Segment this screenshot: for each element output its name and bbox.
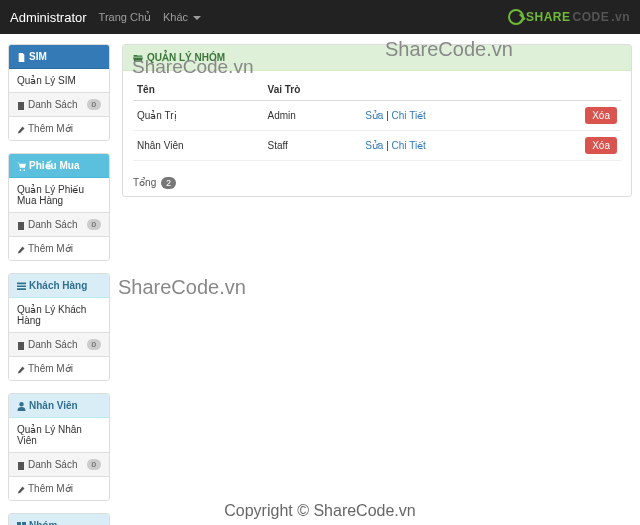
delete-button[interactable]: Xóa xyxy=(585,107,617,124)
col-header xyxy=(361,79,526,101)
nav-other-label: Khác xyxy=(163,11,188,23)
count-badge: 0 xyxy=(87,99,101,110)
panel-title: Khách Hàng xyxy=(29,280,87,291)
sidebar-panel-phiếu-mua: Phiếu MuaQuản Lý Phiếu Mua HàngDanh Sách… xyxy=(8,153,110,261)
panel-header[interactable]: Nhân Viên xyxy=(9,394,109,418)
cell-name: Nhân Viên xyxy=(133,131,264,161)
pencil-icon xyxy=(17,484,25,494)
sidebar-list-link[interactable]: Danh Sách0 xyxy=(9,92,109,116)
group-management-panel: QUẢN LÝ NHÓM TênVai Trò Quản TrịAdminSửa… xyxy=(122,44,632,197)
pencil-icon xyxy=(17,364,25,374)
col-header: Tên xyxy=(133,79,264,101)
panel-title: Nhóm xyxy=(29,520,57,525)
list-icon xyxy=(17,220,25,230)
table-row: Nhân ViênStaffSửa | Chi TiếtXóa xyxy=(133,131,621,161)
top-navbar: Administrator Trang Chủ Khác SHARE CODE … xyxy=(0,0,640,34)
add-label: Thêm Mới xyxy=(28,363,73,374)
panel-header[interactable]: SIM xyxy=(9,45,109,69)
folder-open-icon xyxy=(133,53,143,63)
cell-role: Admin xyxy=(264,101,362,131)
grid-icon xyxy=(17,520,26,525)
sim-icon xyxy=(17,51,26,62)
delete-button[interactable]: Xóa xyxy=(585,137,617,154)
list-label: Danh Sách xyxy=(28,459,77,470)
sidebar-panel-nhân-viên: Nhân ViênQuản Lý Nhân ViênDanh Sách0Thêm… xyxy=(8,393,110,501)
sidebar-add-link[interactable]: Thêm Mới xyxy=(9,116,109,140)
count-badge: 0 xyxy=(87,219,101,230)
sidebar-list-link[interactable]: Danh Sách0 xyxy=(9,212,109,236)
nav-other-dropdown[interactable]: Khác xyxy=(163,11,201,23)
panel-body-label: Quản Lý Phiếu Mua Hàng xyxy=(9,178,109,212)
watermark-footer: Copyright © ShareCode.vn xyxy=(0,502,640,520)
pencil-icon xyxy=(17,244,25,254)
groups-table: TênVai Trò Quản TrịAdminSửa | Chi TiếtXó… xyxy=(133,79,621,161)
panel-title: SIM xyxy=(29,51,47,62)
count-badge: 0 xyxy=(87,339,101,350)
sidebar-panel-sim: SIMQuản Lý SIMDanh Sách0Thêm Mới xyxy=(8,44,110,141)
total-row: Tổng 2 xyxy=(123,169,631,196)
total-count-badge: 2 xyxy=(161,177,176,189)
user-icon xyxy=(17,400,26,411)
nav-home[interactable]: Trang Chủ xyxy=(99,11,151,24)
cart-icon xyxy=(17,160,26,171)
sidebar-list-link[interactable]: Danh Sách0 xyxy=(9,452,109,476)
panel-title: QUẢN LÝ NHÓM xyxy=(147,52,225,63)
col-header: Vai Trò xyxy=(264,79,362,101)
total-label: Tổng xyxy=(133,177,156,188)
sidebar: SIMQuản Lý SIMDanh Sách0Thêm MớiPhiếu Mu… xyxy=(8,44,110,525)
list-icon xyxy=(17,280,26,291)
edit-link[interactable]: Sửa xyxy=(365,110,383,121)
cell-name: Quản Trị xyxy=(133,101,264,131)
detail-link[interactable]: Chi Tiết xyxy=(392,140,426,151)
count-badge: 0 xyxy=(87,459,101,470)
detail-link[interactable]: Chi Tiết xyxy=(392,110,426,121)
panel-title: Phiếu Mua xyxy=(29,160,79,171)
panel-header: QUẢN LÝ NHÓM xyxy=(123,45,631,71)
col-header xyxy=(526,79,621,101)
list-label: Danh Sách xyxy=(28,339,77,350)
brand-title: Administrator xyxy=(10,10,87,25)
list-icon xyxy=(17,460,25,470)
pencil-icon xyxy=(17,124,25,134)
panel-header[interactable]: Khách Hàng xyxy=(9,274,109,298)
logo-text-share: SHARE xyxy=(526,10,571,24)
caret-down-icon xyxy=(193,16,201,20)
logo-text-code: CODE xyxy=(572,10,609,24)
panel-title: Nhân Viên xyxy=(29,400,78,411)
add-label: Thêm Mới xyxy=(28,123,73,134)
list-label: Danh Sách xyxy=(28,219,77,230)
sidebar-add-link[interactable]: Thêm Mới xyxy=(9,236,109,260)
cell-role: Staff xyxy=(264,131,362,161)
panel-header[interactable]: Phiếu Mua xyxy=(9,154,109,178)
list-icon xyxy=(17,100,25,110)
sharecode-logo: SHARE CODE .vn xyxy=(508,9,630,25)
list-icon xyxy=(17,340,25,350)
sidebar-panel-khách-hàng: Khách HàngQuản Lý Khách HàngDanh Sách0Th… xyxy=(8,273,110,381)
main-content: QUẢN LÝ NHÓM TênVai Trò Quản TrịAdminSửa… xyxy=(122,44,632,197)
table-row: Quản TrịAdminSửa | Chi TiếtXóa xyxy=(133,101,621,131)
add-label: Thêm Mới xyxy=(28,243,73,254)
panel-body-label: Quản Lý SIM xyxy=(9,69,109,92)
sidebar-add-link[interactable]: Thêm Mới xyxy=(9,476,109,500)
sidebar-add-link[interactable]: Thêm Mới xyxy=(9,356,109,380)
panel-body-label: Quản Lý Nhân Viên xyxy=(9,418,109,452)
list-label: Danh Sách xyxy=(28,99,77,110)
logo-circle-icon xyxy=(508,9,524,25)
add-label: Thêm Mới xyxy=(28,483,73,494)
logo-text-vn: .vn xyxy=(611,10,630,24)
panel-body-label: Quản Lý Khách Hàng xyxy=(9,298,109,332)
edit-link[interactable]: Sửa xyxy=(365,140,383,151)
sidebar-list-link[interactable]: Danh Sách0 xyxy=(9,332,109,356)
